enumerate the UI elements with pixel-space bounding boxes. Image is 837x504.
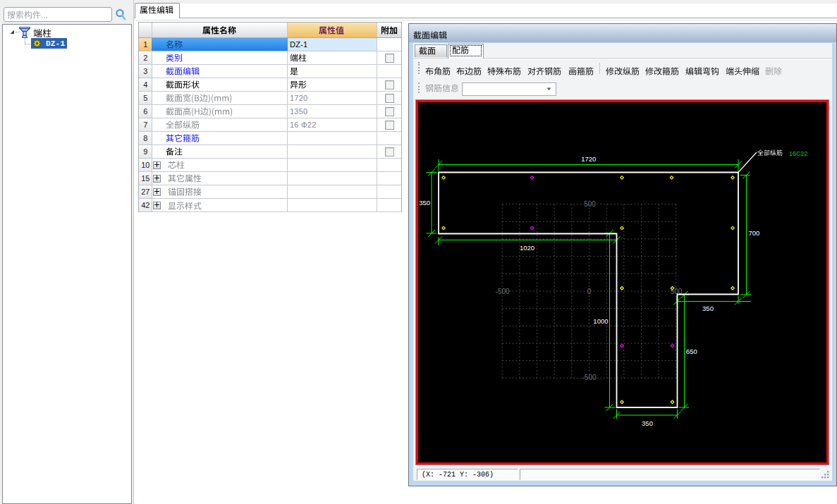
svg-text:350: 350 (419, 199, 430, 207)
svg-text:1720: 1720 (581, 155, 596, 163)
svg-text:500: 500 (584, 200, 596, 208)
svg-text:1020: 1020 (520, 243, 534, 251)
svg-text:700: 700 (749, 229, 760, 237)
svg-text:-500: -500 (495, 287, 509, 295)
svg-text:650: 650 (686, 348, 697, 355)
svg-text:16C22: 16C22 (789, 150, 808, 157)
svg-text:350: 350 (702, 305, 714, 312)
svg-text:-500: -500 (582, 374, 596, 381)
svg-text:1000: 1000 (593, 317, 608, 325)
svg-text:0: 0 (587, 287, 592, 295)
svg-text:350: 350 (642, 419, 653, 426)
